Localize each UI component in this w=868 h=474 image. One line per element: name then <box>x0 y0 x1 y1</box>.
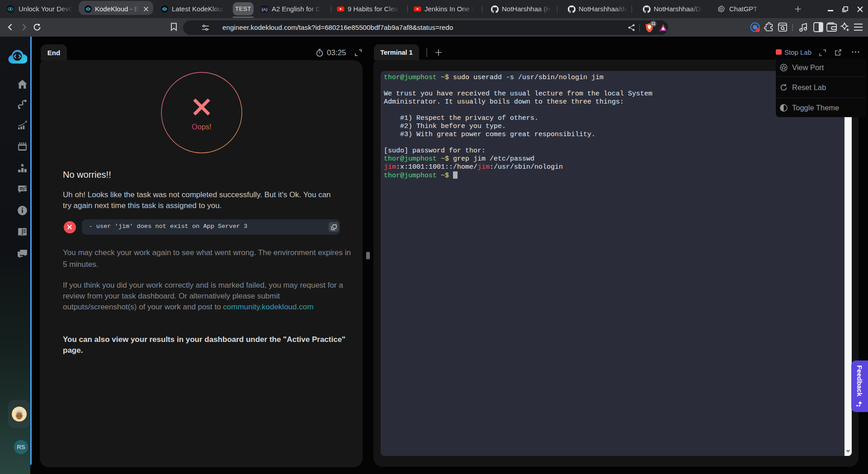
svg-text:(A): (A) <box>262 7 268 12</box>
